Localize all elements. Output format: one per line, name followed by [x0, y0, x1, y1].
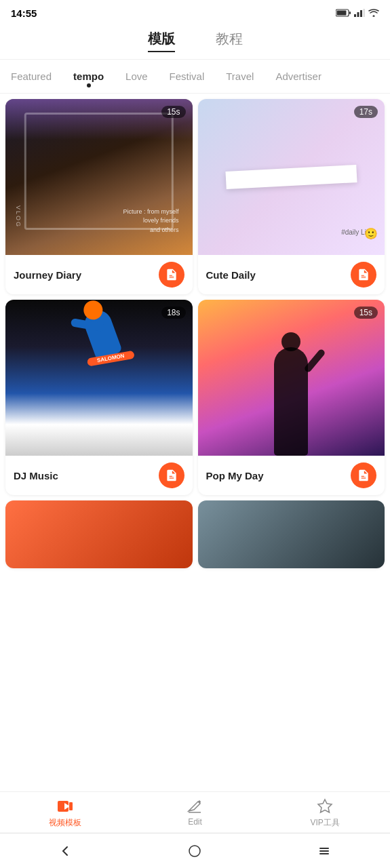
- svg-rect-5: [360, 10, 362, 17]
- card-title-cute: Cute Daily: [206, 269, 256, 281]
- card-cute-daily[interactable]: #daily Life. 🙂 17s Cute Daily: [198, 99, 385, 294]
- edit-document-icon: [165, 268, 178, 281]
- thumb-cute-daily: #daily Life. 🙂 17s: [198, 99, 385, 255]
- bottom-nav: 视频模板 Edit VIP工具: [0, 791, 390, 833]
- nav-label-edit: Edit: [188, 817, 202, 827]
- duration-badge-dj: 18s: [161, 307, 185, 319]
- partial-card-right[interactable]: [198, 500, 385, 568]
- home-button[interactable]: [178, 839, 212, 863]
- journey-caption: Picture : from myselflovely friendsand o…: [123, 208, 178, 235]
- use-button-pop[interactable]: [351, 462, 376, 488]
- vip-tools-icon: [316, 797, 334, 815]
- signal-icon: [354, 9, 365, 17]
- use-button-cute[interactable]: [351, 262, 376, 288]
- duration-badge-cute: 17s: [354, 106, 378, 118]
- svg-rect-9: [69, 802, 73, 810]
- use-button-dj[interactable]: [159, 462, 184, 488]
- tab-tempo[interactable]: tempo: [62, 68, 115, 87]
- svg-rect-12: [319, 848, 329, 849]
- card-pop-my-day[interactable]: 15s Pop My Day: [198, 300, 385, 495]
- journey-vlog-text: VLOG: [15, 205, 22, 228]
- tab-love[interactable]: Love: [115, 68, 159, 87]
- status-bar: 14:55: [0, 0, 390, 24]
- cute-inner-image: [230, 169, 353, 175]
- back-button[interactable]: [48, 839, 82, 863]
- duration-badge-journey: 15s: [161, 106, 185, 118]
- cute-emoji: 🙂: [364, 227, 378, 240]
- nav-edit[interactable]: Edit: [168, 797, 222, 829]
- top-nav: 模版 教程: [0, 24, 390, 60]
- partial-thumb-left: [5, 500, 193, 568]
- card-footer-cute: Cute Daily: [198, 255, 385, 294]
- card-footer-journey: Journey Diary: [5, 255, 193, 294]
- thumb-pop-my-day: 15s: [198, 300, 385, 456]
- tab-templates[interactable]: 模版: [148, 30, 175, 52]
- svg-rect-1: [349, 12, 351, 14]
- edit-icon: [186, 797, 203, 815]
- tab-festival[interactable]: Festival: [159, 68, 216, 87]
- category-tabs: Featured tempo Love Festival Travel Adve…: [0, 60, 390, 94]
- edit-document-icon-pop: [357, 469, 370, 482]
- thumb-journey-diary: VLOG Picture : from myselflovely friends…: [5, 99, 193, 255]
- use-button-journey[interactable]: [159, 262, 184, 288]
- duration-badge-pop: 15s: [354, 307, 378, 319]
- cute-person-figure: [271, 169, 308, 173]
- card-grid: VLOG Picture : from myselflovely friends…: [0, 94, 390, 500]
- nav-label-video: 视频模板: [49, 817, 81, 829]
- wifi-icon: [368, 9, 379, 17]
- battery-icon: [336, 9, 351, 17]
- svg-rect-3: [354, 14, 356, 17]
- pop-person-silhouette: [274, 347, 308, 456]
- card-footer-dj: DJ Music: [5, 456, 193, 495]
- status-icons: [336, 9, 379, 17]
- cute-polaroid: [225, 165, 357, 189]
- card-title-dj: DJ Music: [14, 470, 58, 481]
- status-time: 14:55: [11, 7, 37, 19]
- thumb-dj-music: SALOMON 18s: [5, 300, 193, 456]
- svg-rect-6: [364, 9, 366, 17]
- partial-cards-row: [0, 500, 390, 574]
- card-journey-diary[interactable]: VLOG Picture : from myselflovely friends…: [5, 99, 193, 294]
- card-dj-music[interactable]: SALOMON 18s DJ Music: [5, 300, 193, 495]
- card-title-pop: Pop My Day: [206, 470, 264, 481]
- edit-document-icon-dj: [165, 469, 178, 482]
- card-title-journey: Journey Diary: [14, 269, 81, 281]
- svg-rect-4: [357, 12, 359, 17]
- nav-vip-tools[interactable]: VIP工具: [298, 797, 352, 829]
- svg-point-11: [189, 846, 200, 856]
- svg-rect-2: [337, 11, 347, 16]
- android-nav: [0, 833, 390, 868]
- snowboarder-figure: SALOMON: [81, 307, 123, 360]
- tab-travel[interactable]: Travel: [215, 68, 265, 87]
- partial-card-left[interactable]: [5, 500, 193, 568]
- recents-button[interactable]: [308, 839, 342, 863]
- tab-featured[interactable]: Featured: [0, 68, 62, 87]
- card-footer-pop: Pop My Day: [198, 456, 385, 495]
- tab-advertiser[interactable]: Advertiser: [265, 68, 332, 87]
- svg-rect-13: [319, 850, 329, 852]
- nav-video-templates[interactable]: 视频模板: [38, 797, 92, 829]
- partial-thumb-right: [198, 500, 385, 568]
- tab-tutorials[interactable]: 教程: [216, 30, 243, 52]
- edit-document-icon-cute: [357, 268, 370, 281]
- svg-rect-14: [319, 853, 329, 854]
- nav-label-vip: VIP工具: [310, 817, 339, 829]
- video-templates-icon: [56, 797, 74, 815]
